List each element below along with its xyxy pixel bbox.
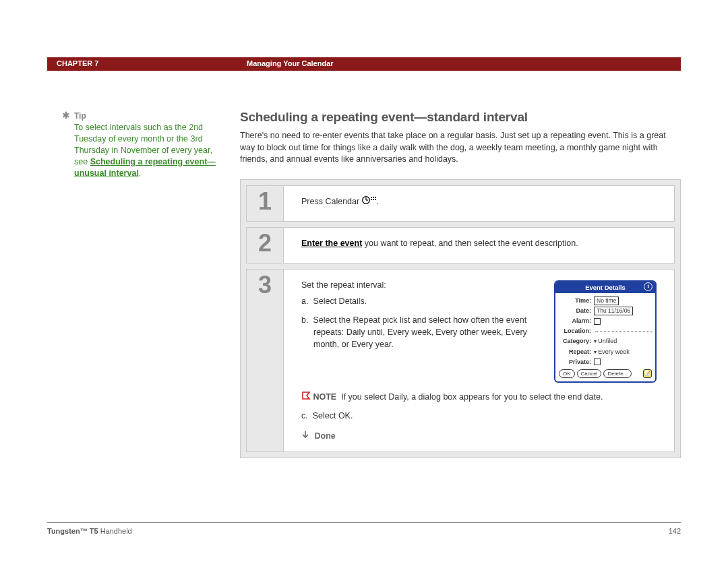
svg-rect-7 bbox=[373, 199, 374, 200]
time-label: Time: bbox=[559, 296, 594, 305]
tip-text-end: . bbox=[139, 168, 141, 178]
event-details-dialog: Event Details i Time:No time Date:Thu 11… bbox=[554, 280, 657, 383]
sub-b-text: Select the Repeat pick list and select h… bbox=[313, 315, 526, 349]
chapter-title: Managing Your Calendar bbox=[240, 57, 681, 71]
chapter-header: CHAPTER 7 Managing Your Calendar bbox=[47, 57, 681, 71]
note-block: NOTE If you select Daily, a dialog box a… bbox=[301, 391, 662, 403]
info-icon[interactable]: i bbox=[644, 282, 653, 291]
svg-rect-5 bbox=[375, 197, 376, 198]
chapter-label: CHAPTER 7 bbox=[47, 57, 240, 71]
location-label: Location: bbox=[559, 327, 594, 336]
sub-a-text: Select Details. bbox=[313, 296, 367, 306]
step-2-text: you want to repeat, and then select the … bbox=[362, 239, 578, 248]
tip-block: ✱Tip To select intervals such as the 2nd… bbox=[74, 110, 220, 179]
ok-button[interactable]: OK bbox=[559, 369, 575, 378]
dialog-title-bar: Event Details i bbox=[555, 282, 655, 294]
location-field[interactable] bbox=[595, 331, 652, 332]
repeat-picklist[interactable]: Every week bbox=[594, 348, 630, 356]
page-footer: Tungsten™ T5 Handheld 142 bbox=[47, 522, 681, 535]
note-text: If you select Daily, a dialog box appear… bbox=[341, 392, 603, 402]
tip-link[interactable]: Scheduling a repeating event—unusual int… bbox=[74, 157, 216, 178]
date-label: Date: bbox=[559, 307, 594, 315]
sub-c-text: Select OK. bbox=[313, 411, 353, 420]
repeat-label: Repeat: bbox=[559, 348, 594, 356]
sub-c-label: c. bbox=[301, 411, 308, 420]
steps-container: 1 Press Calendar . bbox=[240, 179, 681, 458]
category-picklist[interactable]: Unfiled bbox=[594, 337, 617, 346]
step-1-text-a: Press Calendar bbox=[301, 197, 362, 206]
done-arrow-icon bbox=[301, 430, 309, 442]
asterisk-icon: ✱ bbox=[61, 110, 71, 121]
product-name: Tungsten™ T5 Handheld bbox=[47, 527, 132, 535]
done-indicator: Done bbox=[301, 430, 662, 442]
svg-rect-6 bbox=[371, 199, 372, 200]
alarm-checkbox[interactable] bbox=[594, 318, 601, 325]
step-number: 1 bbox=[247, 186, 284, 221]
svg-rect-8 bbox=[375, 199, 376, 200]
calendar-icon bbox=[362, 195, 377, 208]
step-number: 3 bbox=[247, 270, 284, 451]
step-1: 1 Press Calendar . bbox=[246, 185, 675, 222]
sub-b-label: b. bbox=[301, 315, 308, 325]
step-3-lead: Set the repeat interval: bbox=[301, 279, 538, 291]
time-value[interactable]: No time bbox=[594, 296, 619, 305]
private-checkbox[interactable] bbox=[594, 358, 601, 365]
category-label: Category: bbox=[559, 337, 594, 346]
note-flag-icon bbox=[301, 391, 311, 399]
sub-a-label: a. bbox=[301, 296, 308, 306]
section-intro: There's no need to re-enter events that … bbox=[240, 130, 681, 166]
enter-event-link[interactable]: Enter the event bbox=[301, 239, 362, 248]
done-label: Done bbox=[314, 431, 335, 441]
page-number: 142 bbox=[669, 527, 681, 535]
svg-rect-4 bbox=[373, 197, 374, 198]
dialog-title: Event Details bbox=[585, 284, 626, 291]
private-label: Private: bbox=[559, 358, 594, 367]
delete-button[interactable]: Delete... bbox=[603, 369, 632, 378]
note-icon[interactable]: 📝 bbox=[643, 369, 652, 378]
step-3: 3 Set the repeat interval: a. Select Det… bbox=[246, 269, 675, 452]
alarm-label: Alarm: bbox=[559, 317, 594, 325]
tip-label: Tip bbox=[74, 111, 86, 121]
section-heading: Scheduling a repeating event—standard in… bbox=[240, 110, 681, 125]
note-label: NOTE bbox=[313, 392, 336, 402]
svg-rect-3 bbox=[371, 197, 372, 198]
cancel-button[interactable]: Cancel bbox=[577, 369, 602, 378]
step-number: 2 bbox=[247, 228, 284, 263]
step-2: 2 Enter the event you want to repeat, an… bbox=[246, 227, 675, 263]
step-1-text-b: . bbox=[377, 197, 379, 206]
date-value[interactable]: Thu 11/16/06 bbox=[594, 307, 633, 315]
